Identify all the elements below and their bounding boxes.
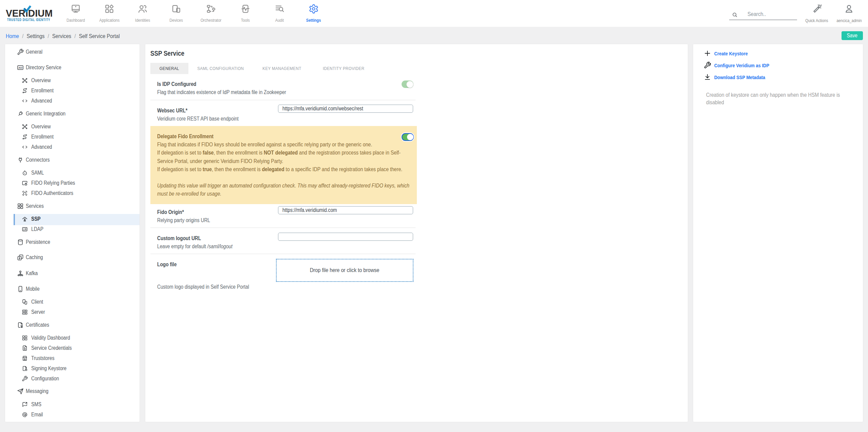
svg-text:AD: AD — [18, 66, 22, 69]
